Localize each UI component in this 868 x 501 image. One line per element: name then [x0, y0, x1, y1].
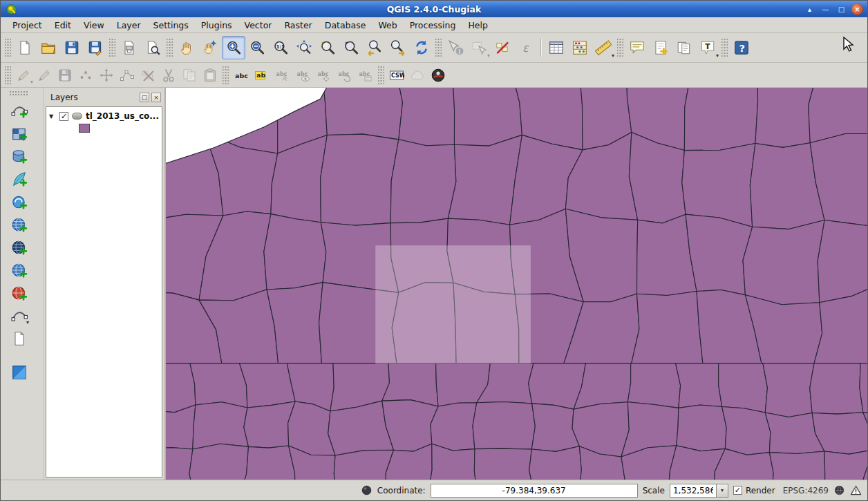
toolbar-handle[interactable]	[167, 38, 173, 57]
highlight-labels-button[interactable]: ab	[252, 65, 272, 86]
menu-database[interactable]: Database	[319, 18, 372, 32]
toolbar-separator	[540, 39, 542, 57]
zoom-to-layer-button[interactable]	[339, 36, 363, 59]
toolbar-handle[interactable]	[435, 38, 442, 57]
shade-window-button[interactable]: ▴	[804, 3, 815, 15]
dropdown-arrow-icon: ▾	[30, 79, 33, 85]
layer-visibility-checkbox[interactable]: ✓	[59, 112, 68, 121]
toolbar-handle[interactable]	[9, 91, 28, 97]
menu-view[interactable]: View	[77, 18, 111, 32]
add-wcs-layer-button[interactable]	[9, 237, 30, 258]
layer-tree-item[interactable]: ▼ ✓ tl_2013_us_co...	[48, 111, 160, 122]
close-window-button[interactable]: ×	[851, 3, 863, 15]
log-messages-icon[interactable]	[850, 484, 862, 496]
zoom-in-button[interactable]	[222, 36, 245, 59]
add-mssql-layer-button[interactable]	[9, 191, 30, 212]
pan-to-selection-button[interactable]	[198, 36, 222, 59]
menu-layer[interactable]: Layer	[111, 18, 147, 32]
toolbar-handle[interactable]	[223, 66, 229, 85]
minimize-window-button[interactable]: —	[820, 3, 831, 15]
menu-vector[interactable]: Vector	[238, 18, 279, 32]
toolbar-handle[interactable]	[617, 38, 623, 57]
new-project-button[interactable]	[13, 36, 37, 59]
map-canvas[interactable]	[166, 88, 867, 480]
menu-help[interactable]: Help	[462, 18, 494, 32]
render-toggle[interactable]: ✓ Render	[733, 486, 775, 495]
zoom-to-selection-button[interactable]	[316, 36, 339, 59]
add-spatialite-layer-button[interactable]	[9, 169, 30, 189]
copy-features-button	[179, 65, 200, 86]
refresh-map-button[interactable]	[410, 36, 433, 59]
add-vector-layer-button[interactable]	[9, 100, 30, 121]
open-attribute-table-button[interactable]	[545, 36, 568, 59]
menu-plugins[interactable]: Plugins	[195, 18, 238, 32]
scale-input[interactable]	[670, 484, 716, 497]
menubar: ProjectEditViewLayerSettingsPluginsVecto…	[1, 17, 867, 33]
new-print-composer-button[interactable]	[117, 36, 141, 59]
scale-combobox[interactable]: ▾	[670, 484, 728, 498]
crs-globe-icon[interactable]	[833, 484, 845, 496]
add-raster-layer-button[interactable]	[9, 123, 30, 144]
zoom-out-button[interactable]	[245, 36, 269, 59]
add-wfs-layer-button[interactable]	[9, 260, 30, 281]
move-feature-button	[96, 65, 117, 86]
menu-project[interactable]: Project	[6, 18, 48, 32]
toolbar-handle[interactable]	[721, 38, 728, 57]
zoom-next-button[interactable]	[386, 36, 410, 59]
show-bookmarks-button[interactable]	[672, 36, 696, 59]
measure-line-button[interactable]: ▾	[592, 36, 615, 59]
osm-plugin-button[interactable]	[428, 65, 449, 86]
add-wms-layer-button[interactable]	[9, 214, 30, 235]
layer-color-swatch[interactable]	[79, 124, 90, 133]
zoom-native-resolution-button[interactable]: 1:1	[269, 36, 292, 59]
menu-raster[interactable]: Raster	[278, 18, 318, 32]
zoom-last-button[interactable]	[363, 36, 386, 59]
new-bookmark-button[interactable]	[649, 36, 672, 59]
toolbar-handle[interactable]	[109, 38, 115, 57]
coordinate-input[interactable]	[431, 484, 638, 498]
close-panel-button[interactable]: ×	[151, 93, 161, 102]
csw-search-button[interactable]: CSW	[386, 65, 407, 86]
composer-manager-button[interactable]	[141, 36, 164, 59]
float-panel-button[interactable]: □	[140, 93, 149, 102]
open-project-button[interactable]	[37, 36, 60, 59]
map-plugin-tool-button[interactable]	[9, 362, 30, 383]
field-calculator-button[interactable]	[568, 36, 592, 59]
save-project-button[interactable]	[60, 36, 84, 59]
new-layer-button[interactable]: ▾	[9, 305, 30, 326]
menu-web[interactable]: Web	[372, 18, 403, 32]
identify-features-button: i	[444, 36, 467, 59]
cloud-storage-button	[407, 65, 428, 86]
toolbar-handle[interactable]	[5, 38, 11, 57]
qgis-window: QGIS 2.4.0-Chugiak ▴—□× ProjectEditViewL…	[0, 0, 868, 501]
add-delimited-text-layer-button[interactable]	[9, 328, 30, 349]
toolbar-handle[interactable]	[5, 66, 11, 85]
save-project-as-button[interactable]	[84, 36, 107, 59]
menu-settings[interactable]: Settings	[147, 18, 195, 32]
toolbar-handle[interactable]	[378, 66, 384, 85]
add-oracle-layer-button[interactable]	[9, 283, 30, 303]
menu-edit[interactable]: Edit	[48, 18, 77, 32]
crs-status-text[interactable]: EPSG:4269	[783, 486, 829, 495]
map-tips-button[interactable]	[625, 36, 649, 59]
add-postgis-layer-button[interactable]	[9, 146, 30, 167]
menu-processing[interactable]: Processing	[404, 18, 462, 32]
scale-dropdown-button[interactable]: ▾	[716, 484, 728, 497]
expander-arrow[interactable]: ▼	[49, 113, 56, 120]
layer-symbology-row	[48, 122, 160, 133]
toggle-editing-button	[34, 65, 55, 86]
zoom-full-extent-button[interactable]	[292, 36, 316, 59]
text-annotation-button[interactable]: T▾	[696, 36, 719, 59]
deselect-features-button[interactable]	[491, 36, 514, 59]
move-label-button: abc	[314, 65, 334, 86]
window-controls: ▴—□×	[804, 3, 863, 15]
svg-text:abc: abc	[235, 72, 248, 79]
help-button[interactable]: ?	[730, 36, 753, 59]
render-checkbox[interactable]: ✓	[733, 486, 742, 495]
maximize-window-button[interactable]: □	[836, 3, 847, 15]
layer-icon	[72, 113, 82, 120]
pan-map-button[interactable]	[175, 36, 198, 59]
titlebar[interactable]: QGIS 2.4.0-Chugiak ▴—□×	[1, 1, 867, 17]
layer-labeling-options-button[interactable]: abc	[231, 65, 252, 86]
svg-text:abc: abc	[318, 71, 329, 77]
